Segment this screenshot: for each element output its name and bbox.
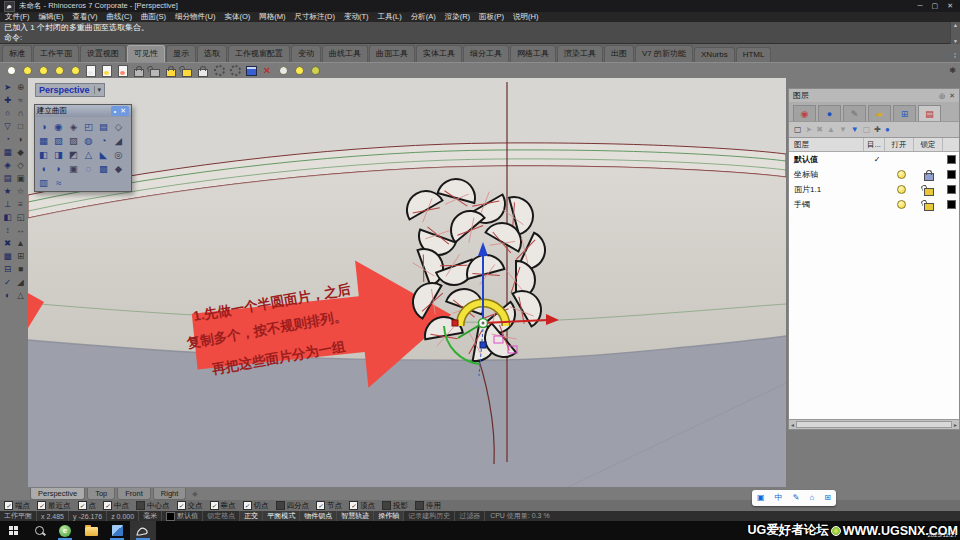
layer-tools[interactable]: ✚: [874, 126, 881, 134]
sidebar-tool[interactable]: ≡: [14, 197, 27, 210]
osnap-四分点[interactable]: 四分点: [276, 501, 310, 511]
center-icon[interactable]: 中: [775, 494, 783, 502]
surface-tool[interactable]: ◍: [81, 133, 96, 147]
viewport-title-label[interactable]: Perspective: [39, 85, 90, 95]
osnap-中点[interactable]: ✓中点: [103, 501, 129, 511]
move-down[interactable]: ▼: [839, 126, 847, 134]
toolbar-tab[interactable]: V7 的新功能: [635, 45, 693, 62]
sidebar-tool[interactable]: ▲: [14, 236, 27, 249]
layer-lock-icon[interactable]: [915, 199, 943, 211]
filter[interactable]: ▼: [851, 126, 859, 134]
layer-current-check[interactable]: ✓: [867, 155, 887, 164]
surface-tool[interactable]: ◇: [111, 119, 126, 133]
sidebar-tool[interactable]: ☆: [14, 184, 27, 197]
osnap-点[interactable]: ✓点: [78, 501, 97, 511]
toolbar-tab[interactable]: 出图: [604, 45, 634, 62]
unlock-selected-icon[interactable]: [179, 64, 195, 78]
sidebar-tool[interactable]: □: [14, 119, 27, 132]
gumball-scale-z[interactable]: [480, 342, 486, 348]
taskbar-app-browser[interactable]: e: [52, 521, 78, 540]
toggle-正交[interactable]: 正交: [240, 511, 263, 521]
command-scrollbar[interactable]: ▲ ▼: [950, 22, 960, 44]
menu-item[interactable]: 编辑(E): [39, 12, 64, 22]
osnap-切点[interactable]: ✓切点: [243, 501, 269, 511]
layer-visibility-bulb-icon[interactable]: [887, 170, 915, 179]
taskbar-app-explorer[interactable]: [78, 521, 104, 540]
layer-window-icon[interactable]: [243, 64, 259, 78]
sidebar-tool[interactable]: ≈: [14, 93, 27, 106]
toggle-操作轴[interactable]: 操作轴: [374, 511, 404, 521]
taskbar-app-notes[interactable]: [104, 521, 130, 540]
help[interactable]: ●: [885, 126, 890, 134]
menu-item[interactable]: 分析(A): [411, 12, 436, 22]
surface-tool[interactable]: ◖: [36, 161, 51, 175]
layer-name[interactable]: 默认值: [789, 154, 867, 165]
toolbar-tab[interactable]: 细分工具: [463, 45, 509, 62]
layer-lock-icon[interactable]: [915, 169, 943, 181]
lock-objects-icon[interactable]: [131, 64, 147, 78]
move-up[interactable]: ▲: [827, 126, 835, 134]
viewport-title[interactable]: Perspective ▾: [35, 83, 105, 97]
viewport-tab-front[interactable]: Front: [117, 488, 151, 500]
status-layer-indicator[interactable]: 默认值: [162, 511, 203, 521]
tab-calculator[interactable]: ⊞: [893, 105, 916, 121]
sidebar-tool[interactable]: ◢: [14, 275, 27, 288]
sidebar-tool[interactable]: ✚: [1, 93, 14, 106]
surface-tool[interactable]: ◉: [51, 119, 66, 133]
scroll-up-icon[interactable]: ▲: [953, 22, 958, 28]
menu-item[interactable]: 文件(F): [5, 12, 30, 22]
surface-toolbar-button[interactable]: ✕: [120, 107, 126, 115]
surface-toolbar-button[interactable]: •: [114, 108, 116, 115]
toolbar-tab[interactable]: 工作视窗配置: [228, 45, 290, 62]
sidebar-tool[interactable]: ◐: [1, 288, 14, 301]
osnap-节点[interactable]: ✓节点: [316, 501, 342, 511]
command-history[interactable]: 已加入 1 个封闭的多重曲面至选取集合。 命令:: [0, 22, 960, 44]
xray-display-icon[interactable]: [227, 64, 243, 78]
viewport-menu-icon[interactable]: ▾: [94, 86, 102, 94]
layer-name[interactable]: 面片1.1: [789, 184, 867, 195]
minimize-button[interactable]: ─: [918, 2, 923, 10]
surface-tool[interactable]: ≈: [51, 175, 66, 189]
tab-bar-grip-icon[interactable]: ⁞: [954, 52, 960, 62]
show-swap-icon[interactable]: [67, 64, 83, 78]
toolbar-tab[interactable]: 标准: [2, 45, 32, 62]
sidebar-tool[interactable]: ∩: [14, 106, 27, 119]
sidebar-tool[interactable]: ▩: [1, 249, 14, 262]
osnap-交点[interactable]: ✓交点: [177, 501, 203, 511]
sidebar-tool[interactable]: ○: [1, 106, 14, 119]
apps-icon[interactable]: ⊞: [824, 494, 831, 502]
surface-tool[interactable]: ▤: [96, 119, 111, 133]
viewport-tab-top[interactable]: Top: [87, 488, 115, 500]
tab-materials[interactable]: ✎: [843, 105, 866, 121]
surface-tool[interactable]: ◰: [81, 119, 96, 133]
toolbar-tab[interactable]: 实体工具: [416, 45, 462, 62]
show-objects-icon[interactable]: [3, 64, 19, 78]
taskbar-app-rhino[interactable]: [130, 521, 156, 540]
surface-tool[interactable]: ◆: [111, 161, 126, 175]
toolbar-tab[interactable]: HTML: [736, 47, 772, 62]
layer-row[interactable]: 手镯: [789, 197, 959, 212]
sidebar-tool[interactable]: ★: [1, 184, 14, 197]
toolbar-tab[interactable]: 选取: [197, 45, 227, 62]
toggle-智慧轨迹[interactable]: 智慧轨迹: [337, 511, 374, 521]
menu-item[interactable]: 工具(L): [378, 12, 402, 22]
select-layer[interactable]: ➤: [806, 126, 813, 134]
surface-tool[interactable]: △: [81, 147, 96, 161]
tab-library[interactable]: ▰: [868, 105, 891, 121]
lock-selected-icon[interactable]: [163, 64, 179, 78]
surface-toolbar-titlebar[interactable]: 建立曲面 •✕: [35, 105, 131, 117]
pen-icon[interactable]: ✎: [793, 494, 800, 502]
sidebar-tool[interactable]: ◇: [14, 158, 27, 171]
scroll-right-icon[interactable]: ►: [953, 422, 958, 428]
toggle-锁定格点[interactable]: 锁定格点: [203, 511, 240, 521]
toolbar-tab[interactable]: 网格工具: [510, 45, 556, 62]
surface-tool[interactable]: ◧: [36, 147, 51, 161]
menu-item[interactable]: 实体(O): [224, 12, 250, 22]
menu-item[interactable]: 说明(H): [513, 12, 538, 22]
sidebar-tool[interactable]: ▤: [1, 171, 14, 184]
sidebar-tool[interactable]: ◆: [14, 145, 27, 158]
surface-tool[interactable]: ◨: [51, 147, 66, 161]
layer-color-swatch[interactable]: [943, 200, 959, 209]
home-icon[interactable]: ⌂: [809, 494, 814, 502]
sidebar-tool[interactable]: ◗: [14, 132, 27, 145]
